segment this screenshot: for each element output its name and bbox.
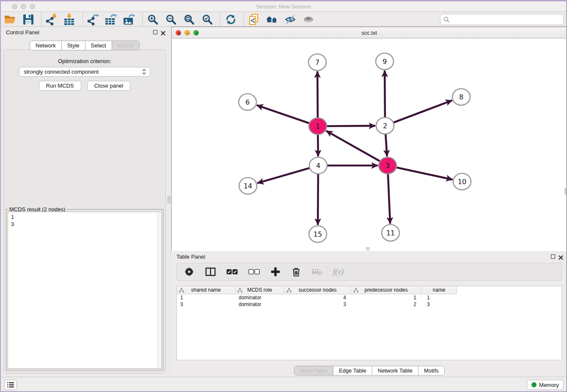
cell-name: 1: [421, 294, 457, 301]
memory-status-dot: [531, 382, 537, 387]
close-table-panel-icon[interactable]: [559, 254, 563, 262]
apply-layout-icon[interactable]: [224, 13, 237, 26]
import-network-icon[interactable]: [45, 13, 58, 26]
select-stepper-icon: [142, 69, 146, 75]
table-row[interactable]: 3 dominator 3 2 3: [177, 301, 561, 308]
graph-edge-3-10[interactable]: [388, 166, 453, 179]
ndex-share-icon[interactable]: [248, 13, 260, 26]
column-header-name[interactable]: name: [421, 286, 457, 294]
window-titlebar: Session: New Session: [0, 1, 567, 12]
import-table-icon[interactable]: [63, 13, 76, 26]
graph-node-6[interactable]: 6: [239, 94, 256, 110]
open-session-icon[interactable]: [4, 13, 17, 26]
export-table-icon[interactable]: [105, 13, 118, 26]
search-box: [440, 14, 564, 25]
toolbar-separator: [243, 13, 244, 26]
add-column-icon[interactable]: [270, 267, 281, 277]
graph-edge-4-15[interactable]: [318, 166, 318, 225]
table-panel-title: Table Panel: [176, 254, 205, 260]
zoom-fit-icon[interactable]: [183, 13, 195, 26]
tab-node-table[interactable]: Node Table: [294, 366, 333, 375]
cell-predecessor-nodes: 2: [351, 301, 421, 308]
search-input[interactable]: [452, 15, 563, 24]
graph-node-1[interactable]: 1: [309, 118, 327, 135]
graph-edge-3-1[interactable]: [326, 131, 388, 166]
delete-table-icon-disabled: [312, 267, 322, 276]
zoom-out-icon[interactable]: [165, 13, 177, 26]
column-header-mcds-role[interactable]: MCDS role: [235, 286, 284, 294]
zoom-in-icon[interactable]: [146, 13, 159, 26]
select-all-rows-icon[interactable]: [226, 269, 238, 275]
column-header-shared-name[interactable]: shared name: [177, 286, 235, 294]
criterion-select[interactable]: strongly connected component: [19, 67, 150, 77]
graph-node-9[interactable]: 9: [376, 53, 394, 70]
graph-node-4[interactable]: 4: [309, 157, 327, 174]
tab-select[interactable]: Select: [85, 41, 112, 50]
control-panel: Control Panel Network Style Select MCDS …: [0, 27, 169, 377]
show-panels-menu-button[interactable]: [4, 380, 17, 390]
graph-node-label: 9: [383, 58, 387, 66]
network-vscroll-thumb[interactable]: [564, 188, 567, 195]
search-icon: [443, 17, 450, 23]
memory-button[interactable]: Memory: [527, 380, 564, 390]
horizontal-splitter-handle[interactable]: [366, 247, 369, 250]
deselect-all-rows-icon[interactable]: [248, 269, 260, 275]
export-network-icon[interactable]: [87, 13, 99, 26]
cell-name: 3: [421, 301, 457, 308]
node-table[interactable]: shared name MCDS role successor nodes pr…: [176, 286, 562, 360]
table-settings-gear-icon[interactable]: [184, 266, 195, 277]
tab-motifs[interactable]: Motifs: [418, 366, 444, 375]
graph-node-10[interactable]: 10: [453, 174, 471, 190]
graph-edge-4-14[interactable]: [257, 166, 318, 183]
close-panel-icon[interactable]: [161, 30, 165, 37]
graph-node-14[interactable]: 14: [239, 178, 257, 194]
graph-node-label: 15: [314, 230, 322, 238]
cell-successor-nodes: 4: [284, 294, 351, 301]
table-row[interactable]: 1 dominator 4 1 1: [177, 294, 561, 301]
graph-edge-1-6[interactable]: [257, 105, 318, 126]
status-bar: Memory: [0, 377, 567, 392]
column-header-predecessor-nodes[interactable]: predecessor nodes: [351, 286, 421, 294]
graph-node-label: 14: [244, 182, 252, 190]
graph-node-7[interactable]: 7: [308, 54, 326, 71]
tab-mcds[interactable]: MCDS: [112, 41, 139, 50]
tab-edge-table[interactable]: Edge Table: [333, 366, 372, 375]
mcds-result-list[interactable]: 1 3: [8, 212, 162, 369]
graph-node-label: 1: [316, 122, 320, 130]
tab-network[interactable]: Network: [30, 41, 62, 50]
hide-graphics-details-icon[interactable]: [284, 13, 297, 26]
cell-mcds-role: dominator: [235, 301, 284, 308]
zoom-selected-icon[interactable]: [201, 13, 214, 26]
graph-node-label: 8: [459, 93, 463, 101]
network-window-titlebar: scc.txt: [172, 27, 567, 39]
attribute-tree-icon: [179, 288, 184, 293]
vertical-splitter-handle[interactable]: [168, 196, 171, 203]
home-network-icon[interactable]: [266, 13, 278, 26]
network-graph[interactable]: 7968124314101511: [172, 39, 567, 251]
result-scrollbar[interactable]: [157, 213, 161, 368]
float-table-panel-icon[interactable]: [551, 254, 555, 259]
table-panel: Table Panel f(x) shared: [171, 251, 567, 377]
graph-node-15[interactable]: 15: [309, 226, 327, 243]
run-mcds-button[interactable]: Run MCDS: [39, 81, 81, 91]
column-header-successor-nodes[interactable]: successor nodes: [284, 286, 351, 294]
show-graphics-details-icon[interactable]: [302, 13, 315, 26]
graph-edge-2-8[interactable]: [385, 100, 452, 126]
split-table-view-icon[interactable]: [205, 267, 216, 277]
graph-node-2[interactable]: 2: [376, 118, 394, 134]
export-image-icon[interactable]: [123, 13, 136, 26]
save-session-icon[interactable]: [22, 13, 35, 26]
delete-column-trash-icon[interactable]: [291, 267, 301, 277]
close-panel-button[interactable]: Close panel: [87, 81, 131, 91]
cell-shared-name: 1: [177, 294, 235, 301]
graph-node-label: 7: [315, 58, 319, 66]
window-title: Session: New Session: [0, 3, 567, 10]
tab-network-table[interactable]: Network Table: [372, 366, 418, 375]
graph-node-3[interactable]: 3: [379, 157, 396, 174]
graph-node-8[interactable]: 8: [452, 89, 470, 105]
graph-node-11[interactable]: 11: [382, 225, 399, 241]
mcds-result-fieldset: MCDS result (2 nodes) 1 3: [6, 209, 163, 370]
toolbar-separator: [220, 13, 220, 26]
tab-style[interactable]: Style: [62, 41, 85, 50]
float-panel-icon[interactable]: [153, 30, 157, 34]
